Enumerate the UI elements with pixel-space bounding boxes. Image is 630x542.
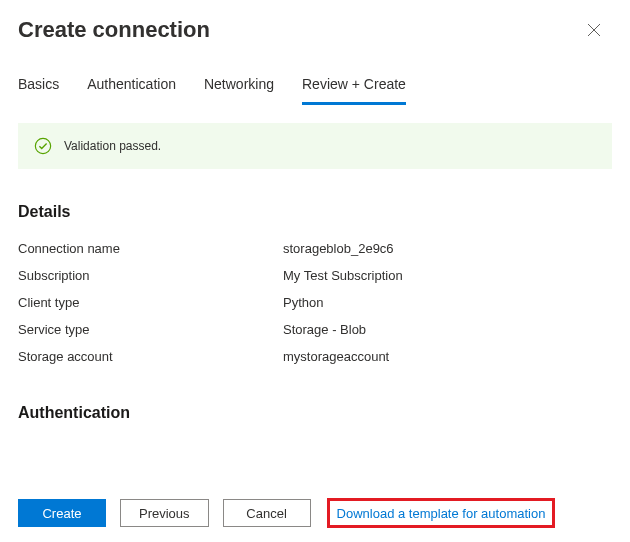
detail-val: Python [283, 295, 612, 310]
tab-networking[interactable]: Networking [204, 70, 274, 105]
detail-val: My Test Subscription [283, 268, 612, 283]
tab-basics[interactable]: Basics [18, 70, 59, 105]
tab-strip: Basics Authentication Networking Review … [0, 70, 630, 105]
detail-val: mystorageaccount [283, 349, 612, 364]
detail-val: Storage - Blob [283, 322, 612, 337]
detail-row-service-type: Service type Storage - Blob [18, 316, 612, 343]
panel-footer: Create Previous Cancel Download a templa… [0, 486, 630, 542]
detail-row-storage-account: Storage account mystorageaccount [18, 343, 612, 370]
detail-key: Client type [18, 295, 283, 310]
panel-header: Create connection [0, 0, 630, 54]
download-template-link[interactable]: Download a template for automation [337, 506, 546, 521]
tab-authentication[interactable]: Authentication [87, 70, 176, 105]
previous-button[interactable]: Previous [120, 499, 209, 527]
validation-banner: Validation passed. [18, 123, 612, 169]
detail-row-subscription: Subscription My Test Subscription [18, 262, 612, 289]
tab-review-create[interactable]: Review + Create [302, 70, 406, 105]
detail-val: storageblob_2e9c6 [283, 241, 612, 256]
detail-key: Subscription [18, 268, 283, 283]
svg-point-2 [35, 138, 50, 153]
section-title-authentication: Authentication [18, 404, 612, 422]
detail-key: Storage account [18, 349, 283, 364]
detail-key: Service type [18, 322, 283, 337]
panel-title: Create connection [18, 17, 210, 43]
section-title-details: Details [18, 203, 612, 221]
detail-key: Connection name [18, 241, 283, 256]
close-icon [587, 23, 601, 37]
detail-row-connection-name: Connection name storageblob_2e9c6 [18, 235, 612, 262]
create-button[interactable]: Create [18, 499, 106, 527]
create-connection-panel: Create connection Basics Authentication … [0, 0, 630, 542]
download-template-highlight: Download a template for automation [327, 498, 556, 528]
detail-row-client-type: Client type Python [18, 289, 612, 316]
close-button[interactable] [580, 16, 608, 44]
panel-body[interactable]: Validation passed. Details Connection na… [0, 105, 630, 486]
success-icon [34, 137, 52, 155]
validation-message: Validation passed. [64, 139, 161, 153]
cancel-button[interactable]: Cancel [223, 499, 311, 527]
